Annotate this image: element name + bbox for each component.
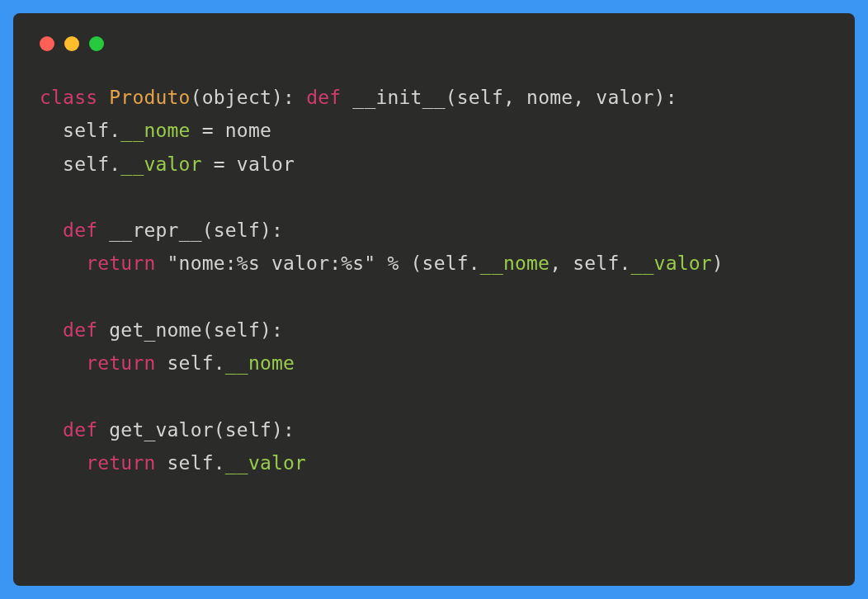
code-text [40,219,63,241]
code-text [40,452,86,474]
code-text: = nome [191,120,271,141]
keyword-def: def [63,219,97,241]
method-name: repr [132,219,178,241]
code-line-11: def get_valor(self): [40,419,295,441]
window-controls [40,36,828,51]
keyword-return: return [86,452,155,474]
code-text: self. [156,452,225,474]
keyword-def: def [63,319,97,341]
code-text: = valor [202,153,295,175]
code-line-12: return self.__valor [40,452,306,474]
keyword-return: return [86,352,155,374]
code-text: __(self, nome, valor): [422,87,677,108]
code-text: __(self): [179,219,283,241]
close-icon[interactable] [40,36,54,51]
attribute: __nome [225,352,295,374]
code-line-7 [40,286,51,308]
code-text: get_valor(self): [97,419,295,441]
code-text [40,252,86,274]
code-text: get_nome(self): [97,319,283,341]
code-text: self. [40,153,120,175]
code-line-5: def __repr__(self): [40,219,283,241]
maximize-icon[interactable] [89,36,104,51]
code-text: ) [712,252,724,274]
code-text: __ [97,219,132,241]
code-text [40,419,63,441]
class-name: Produto [109,87,190,108]
code-text: (object): [191,87,306,108]
code-line-4 [40,186,51,208]
keyword-def: def [306,87,341,108]
code-terminal: class Produto(object): def __init__(self… [13,13,855,586]
string-literal: "nome:%s valor:%s" [156,252,376,274]
keyword-def: def [63,419,97,441]
code-line-2: self.__nome = nome [40,120,271,141]
code-text [40,352,86,374]
code-line-10 [40,385,51,407]
attribute: __nome [480,252,550,274]
code-line-8: def get_nome(self): [40,319,283,341]
code-text: self. [40,120,120,141]
code-text: __ [341,87,375,108]
code-block: class Produto(object): def __init__(self… [40,81,828,479]
attribute: __valor [225,452,306,474]
attribute: __valor [630,252,711,274]
minimize-icon[interactable] [64,36,79,51]
code-line-3: self.__valor = valor [40,153,295,175]
code-text: self. [156,352,225,374]
code-text: % (self. [375,252,479,274]
code-line-9: return self.__nome [40,352,295,374]
code-text [40,319,63,341]
keyword-class: class [40,87,97,108]
code-line-6: return "nome:%s valor:%s" % (self.__nome… [40,252,724,274]
attribute: __nome [120,120,190,141]
method-name: init [375,87,422,108]
code-text: , self. [550,252,630,274]
attribute: __valor [120,153,201,175]
code-line-1: class Produto(object): def __init__(self… [40,87,677,108]
keyword-return: return [86,252,155,274]
